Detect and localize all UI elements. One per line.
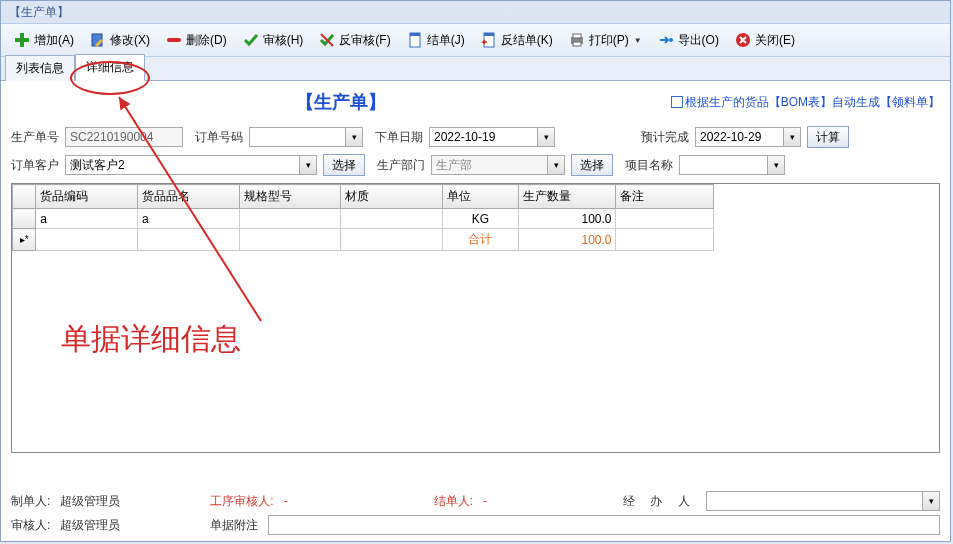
svg-point-12 [669,38,673,42]
minus-icon [166,32,182,48]
edit-button[interactable]: 修改(X) [83,28,157,53]
due-date-picker[interactable]: ▾ [695,127,801,147]
order-no-input[interactable] [65,127,183,147]
cell[interactable] [616,229,714,251]
plus-icon [14,32,30,48]
col-remark[interactable]: 备注 [616,185,714,209]
unaudit-button[interactable]: 反审核(F) [312,28,397,53]
chevron-down-icon[interactable]: ▾ [547,155,565,175]
close-button[interactable]: 关闭(E) [728,28,802,53]
footer: 制单人: 超级管理员 工序审核人: - 结单人: - 经 办 人 ▾ 审核人: … [11,489,940,537]
ref-no-combo[interactable]: ▾ [249,127,363,147]
col-spec[interactable]: 规格型号 [239,185,341,209]
customer-select-button[interactable]: 选择 [323,154,365,176]
col-unit[interactable]: 单位 [442,185,518,209]
export-icon [658,32,674,48]
checkbox-icon [671,96,683,108]
dept-combo[interactable]: ▾ [431,155,565,175]
cell-spec[interactable] [239,209,341,229]
svg-rect-3 [167,38,181,42]
calc-button[interactable]: 计算 [807,126,849,148]
content-panel: 【生产单】 根据生产的货品【BOM表】自动生成【领料单】 生产单号 订单号码 ▾… [1,81,950,541]
tab-detail[interactable]: 详细信息 [75,54,145,81]
cell-code[interactable]: a [36,209,138,229]
col-material[interactable]: 材质 [341,185,443,209]
dept-select-button[interactable]: 选择 [571,154,613,176]
table-new-row[interactable]: ▸* 合计 100.0 [13,229,714,251]
close-icon [735,32,751,48]
chevron-down-icon[interactable]: ▾ [922,491,940,511]
table-row[interactable]: a a KG 100.0 [13,209,714,229]
ref-no-input[interactable] [249,127,345,147]
export-label: 导出(O) [678,32,719,49]
order-no-label: 生产单号 [11,129,59,146]
order-date-input[interactable] [429,127,537,147]
audit-label: 审核(H) [263,32,304,49]
handler-input[interactable] [706,491,922,511]
export-button[interactable]: 导出(O) [651,28,726,53]
add-button[interactable]: 增加(A) [7,28,81,53]
edit-icon [90,32,106,48]
auditor-value: 超级管理员 [60,517,200,534]
col-name[interactable]: 货品品名 [137,185,239,209]
order-date-label: 下单日期 [375,129,423,146]
close-label: 关闭(E) [755,32,795,49]
cell[interactable] [341,229,443,251]
attach-input[interactable] [268,515,940,535]
col-code[interactable]: 货品编码 [36,185,138,209]
cell[interactable] [239,229,341,251]
cell-remark[interactable] [616,209,714,229]
chevron-down-icon[interactable]: ▾ [299,155,317,175]
dept-input[interactable] [431,155,547,175]
grid-corner [13,185,36,209]
unclose-doc-button[interactable]: 反结单(K) [474,28,560,53]
tab-list[interactable]: 列表信息 [5,55,75,81]
svg-rect-11 [573,42,581,46]
document-icon [407,32,423,48]
sum-label: 合计 [442,229,518,251]
process-auditor-value: - [284,494,424,508]
new-row-marker-icon: ▸* [13,229,36,251]
uncheck-icon [319,32,335,48]
grid[interactable]: 货品编码 货品品名 规格型号 材质 单位 生产数量 备注 a a [11,183,940,453]
document-undo-icon [481,32,497,48]
customer-combo[interactable]: ▾ [65,155,317,175]
calendar-icon[interactable]: ▾ [783,127,801,147]
auto-generate-checkbox[interactable]: 根据生产的货品【BOM表】自动生成【领料单】 [671,94,940,111]
chevron-down-icon[interactable]: ▾ [345,127,363,147]
process-auditor-label: 工序审核人: [210,493,273,510]
cell-unit[interactable]: KG [442,209,518,229]
calendar-icon[interactable]: ▾ [537,127,555,147]
cell-qty[interactable]: 100.0 [519,209,616,229]
col-qty[interactable]: 生产数量 [519,185,616,209]
cell-material[interactable] [341,209,443,229]
project-input[interactable] [679,155,767,175]
customer-input[interactable] [65,155,299,175]
ref-no-label: 订单号码 [195,129,243,146]
close-doc-button[interactable]: 结单(J) [400,28,472,53]
print-button[interactable]: 打印(P) ▼ [562,28,649,53]
project-combo[interactable]: ▾ [679,155,785,175]
due-date-label: 预计完成 [641,129,689,146]
attach-label: 单据附注 [210,517,258,534]
print-label: 打印(P) [589,32,629,49]
delete-label: 删除(D) [186,32,227,49]
delete-button[interactable]: 删除(D) [159,28,234,53]
check-icon [243,32,259,48]
due-date-input[interactable] [695,127,783,147]
handler-label: 经 办 人 [623,493,696,510]
auditor-label: 审核人: [11,517,50,534]
cell-name[interactable]: a [137,209,239,229]
row-header [13,209,36,229]
audit-button[interactable]: 审核(H) [236,28,311,53]
chevron-down-icon[interactable]: ▾ [767,155,785,175]
document-title: 【生产单】 [11,90,671,114]
unclose-doc-label: 反结单(K) [501,32,553,49]
handler-combo[interactable]: ▾ [706,491,940,511]
cell[interactable] [137,229,239,251]
order-date-picker[interactable]: ▾ [429,127,555,147]
window-title: 【生产单】 [1,1,950,23]
cell[interactable] [36,229,138,251]
unaudit-label: 反审核(F) [339,32,390,49]
dropdown-arrow-icon: ▼ [634,36,642,45]
